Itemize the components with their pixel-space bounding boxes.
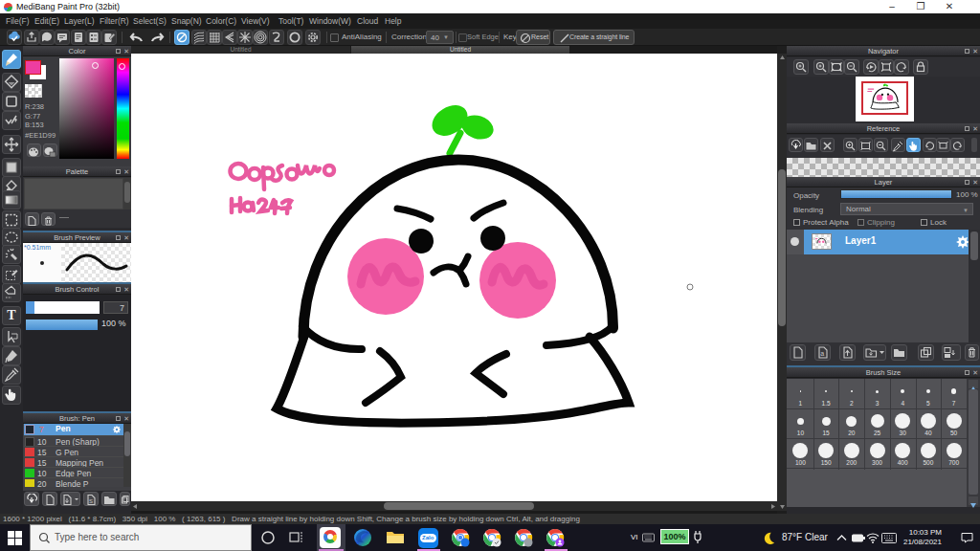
svg-text:a: a bbox=[820, 350, 824, 357]
svg-text:S: S bbox=[89, 498, 93, 504]
